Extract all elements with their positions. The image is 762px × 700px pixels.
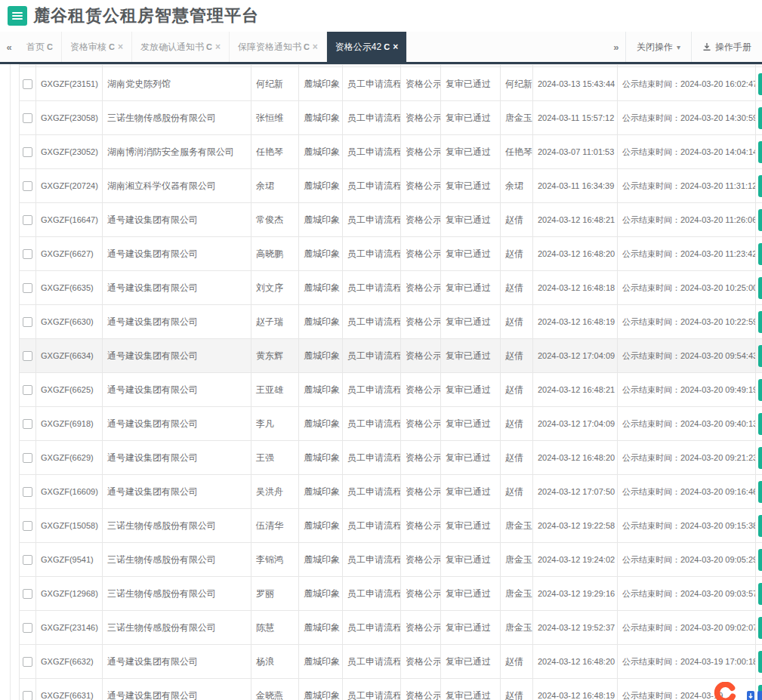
- row-checkbox[interactable]: [23, 419, 32, 429]
- row-action-button[interactable]: [758, 481, 762, 503]
- cell-reviewer: 赵倩: [501, 305, 533, 339]
- operation-manual-button[interactable]: 操作手册: [691, 32, 762, 62]
- row-action-button[interactable]: [758, 685, 762, 700]
- cell-status: 复审已通过: [441, 237, 501, 271]
- row-checkbox-cell: [20, 203, 36, 237]
- scroll-tabs-left-button[interactable]: «: [0, 32, 18, 62]
- cell-company: 通号建设集团有限公司: [103, 305, 251, 339]
- row-checkbox-cell: [20, 169, 36, 203]
- close-operations-dropdown[interactable]: 关闭操作 ▾: [625, 32, 691, 62]
- row-action-button[interactable]: [758, 277, 762, 299]
- cell-estate: 麓城印象: [299, 577, 343, 611]
- tab-guarantee-qualification-notice[interactable]: 保障资格通知书 C ×: [230, 32, 327, 62]
- table-row[interactable]: GXGZF(16647)通号建设集团有限公司常俊杰麓城印象员工申请流程资格公示复…: [20, 203, 762, 237]
- cell-stage: 资格公示: [401, 169, 441, 203]
- close-icon[interactable]: ×: [215, 42, 221, 52]
- tab-issue-confirmation-notice[interactable]: 发放确认通知书 C ×: [132, 32, 230, 62]
- cell-end-time: 公示结束时间：2024-03-19: [618, 679, 756, 700]
- row-checkbox[interactable]: [23, 181, 32, 191]
- table-row[interactable]: GXGZF(15058)三诺生物传感股份有限公司伍清华麓城印象员工申请流程资格公…: [20, 509, 762, 543]
- table-row[interactable]: GXGZF(6629)通号建设集团有限公司王强麓城印象员工申请流程资格公示复审已…: [20, 441, 762, 475]
- table-row[interactable]: GXGZF(12968)三诺生物传感股份有限公司罗丽麓城印象员工申请流程资格公示…: [20, 577, 762, 611]
- cell-apply-time: 2024-03-12 19:29:16: [533, 577, 618, 611]
- table-row[interactable]: GXGZF(20724)湖南湘立科学仪器有限公司余珺麓城印象员工申请流程资格公示…: [20, 169, 762, 203]
- refresh-icon[interactable]: C: [47, 42, 53, 51]
- refresh-icon[interactable]: C: [206, 42, 212, 51]
- cell-action: [756, 101, 762, 135]
- table-row[interactable]: GXGZF(23146)三诺生物传感股份有限公司陈慧麓城印象员工申请流程资格公示…: [20, 611, 762, 645]
- table-row[interactable]: GXGZF(23058)三诺生物传感股份有限公司张恒维麓城印象员工申请流程资格公…: [20, 101, 762, 135]
- row-action-button[interactable]: [758, 141, 762, 163]
- row-action-button[interactable]: [758, 209, 762, 231]
- tab-qualification-review[interactable]: 资格审核 C ×: [62, 32, 132, 62]
- row-checkbox[interactable]: [23, 555, 32, 565]
- row-checkbox[interactable]: [23, 317, 32, 327]
- row-checkbox[interactable]: [23, 385, 32, 395]
- table-row[interactable]: GXGZF(6631)通号建设集团有限公司金晓燕麓城印象员工申请流程资格公示复审…: [20, 679, 762, 700]
- table-row[interactable]: GXGZF(6635)通号建设集团有限公司刘文序麓城印象员工申请流程资格公示复审…: [20, 271, 762, 305]
- row-action-button[interactable]: [758, 73, 762, 95]
- row-checkbox[interactable]: [23, 691, 32, 700]
- cell-reviewer: 赵倩: [501, 203, 533, 237]
- cell-status: 复审已通过: [441, 305, 501, 339]
- row-action-button[interactable]: [758, 311, 762, 333]
- cell-status: 复审已通过: [441, 509, 501, 543]
- cell-stage: 资格公示: [401, 101, 441, 135]
- row-checkbox[interactable]: [23, 215, 32, 225]
- row-action-button[interactable]: [758, 583, 762, 605]
- refresh-icon[interactable]: C: [109, 42, 115, 51]
- row-checkbox[interactable]: [23, 147, 32, 157]
- cell-apply-time: 2024-03-12 17:04:09: [533, 339, 618, 373]
- download-icon: [702, 42, 711, 51]
- cell-application-id: GXGZF(12968): [36, 577, 103, 611]
- row-checkbox[interactable]: [23, 521, 32, 531]
- table-row[interactable]: GXGZF(6627)通号建设集团有限公司高晓鹏麓城印象员工申请流程资格公示复审…: [20, 237, 762, 271]
- row-action-button[interactable]: [758, 243, 762, 265]
- row-action-button[interactable]: [758, 447, 762, 469]
- table-row[interactable]: GXGZF(6632)通号建设集团有限公司杨浪麓城印象员工申请流程资格公示复审已…: [20, 645, 762, 679]
- cell-flow: 员工申请流程: [343, 305, 401, 339]
- close-icon[interactable]: ×: [118, 42, 123, 52]
- row-checkbox[interactable]: [23, 623, 32, 633]
- table-row[interactable]: GXGZF(6625)通号建设集团有限公司王亚雄麓城印象员工申请流程资格公示复审…: [20, 373, 762, 407]
- close-icon[interactable]: ×: [393, 42, 398, 52]
- row-action-button[interactable]: [758, 617, 762, 639]
- cell-reviewer: 余珺: [501, 169, 533, 203]
- row-action-button[interactable]: [758, 175, 762, 197]
- row-checkbox[interactable]: [23, 589, 32, 599]
- row-action-button[interactable]: [758, 515, 762, 537]
- tab-home[interactable]: 首页 C: [18, 32, 62, 62]
- table-row[interactable]: GXGZF(16609)通号建设集团有限公司吴洪舟麓城印象员工申请流程资格公示复…: [20, 475, 762, 509]
- row-checkbox[interactable]: [23, 351, 32, 361]
- row-checkbox[interactable]: [23, 79, 32, 89]
- scroll-tabs-right-button[interactable]: »: [607, 32, 625, 62]
- hamburger-menu-button[interactable]: [8, 6, 27, 26]
- table-row[interactable]: GXGZF(9541)三诺生物传感股份有限公司李锦鸿麓城印象员工申请流程资格公示…: [20, 543, 762, 577]
- table-row[interactable]: GXGZF(23052)湖南博润消防安全服务有限公司任艳琴麓城印象员工申请流程资…: [20, 135, 762, 169]
- tab-qualification-publicity[interactable]: 资格公示42 C ×: [327, 32, 407, 62]
- refresh-icon[interactable]: C: [304, 42, 310, 51]
- close-icon[interactable]: ×: [313, 42, 318, 52]
- cell-flow: 员工申请流程: [343, 101, 401, 135]
- table-row[interactable]: GXGZF(6630)通号建设集团有限公司赵子瑞麓城印象员工申请流程资格公示复审…: [20, 305, 762, 339]
- row-action-button[interactable]: [758, 549, 762, 571]
- cell-stage: 资格公示: [401, 441, 441, 475]
- row-checkbox[interactable]: [23, 113, 32, 123]
- row-action-button[interactable]: [758, 345, 762, 367]
- row-checkbox[interactable]: [23, 657, 32, 667]
- table-row[interactable]: GXGZF(6634)通号建设集团有限公司黄东辉麓城印象员工申请流程资格公示复审…: [20, 339, 762, 373]
- row-checkbox[interactable]: [23, 487, 32, 497]
- row-action-button[interactable]: [758, 413, 762, 435]
- row-action-button[interactable]: [758, 651, 762, 673]
- cell-applicant: 李锦鸿: [251, 543, 299, 577]
- row-action-button[interactable]: [758, 107, 762, 129]
- row-checkbox[interactable]: [23, 249, 32, 259]
- cell-estate: 麓城印象: [299, 441, 343, 475]
- refresh-icon[interactable]: C: [384, 42, 390, 51]
- table-row[interactable]: GXGZF(6918)通号建设集团有限公司李凡麓城印象员工申请流程资格公示复审已…: [20, 407, 762, 441]
- row-checkbox[interactable]: [23, 453, 32, 463]
- row-checkbox-cell: [20, 237, 36, 271]
- table-row[interactable]: GXGZF(23151)湖南党史陈列馆何纪新麓城印象员工申请流程资格公示复审已通…: [20, 67, 762, 101]
- row-action-button[interactable]: [758, 379, 762, 401]
- row-checkbox[interactable]: [23, 283, 32, 293]
